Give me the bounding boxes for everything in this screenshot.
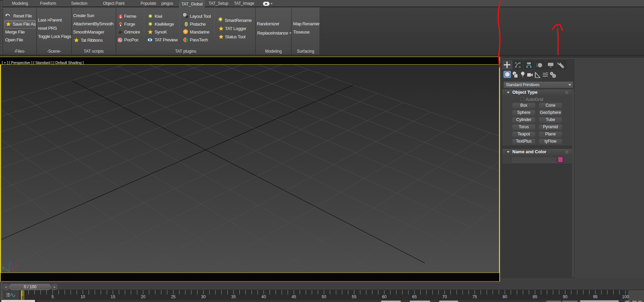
svg-text:5: 5 xyxy=(52,294,54,299)
svg-text:65: 65 xyxy=(412,294,417,299)
svg-text:z: z xyxy=(10,261,12,265)
svg-text:25: 25 xyxy=(171,294,176,299)
svg-text:55: 55 xyxy=(352,294,357,299)
svg-text:45: 45 xyxy=(291,294,296,299)
svg-text:10: 10 xyxy=(80,294,85,299)
svg-text:90: 90 xyxy=(563,294,568,299)
svg-text:75: 75 xyxy=(472,294,477,299)
svg-text:50: 50 xyxy=(322,294,327,299)
svg-text:95: 95 xyxy=(593,294,598,299)
svg-text:80: 80 xyxy=(503,294,508,299)
svg-text:100: 100 xyxy=(622,294,629,299)
svg-text:40: 40 xyxy=(261,294,266,299)
svg-text:70: 70 xyxy=(442,294,447,299)
svg-text:35: 35 xyxy=(231,294,236,299)
svg-text:y: y xyxy=(2,266,4,270)
svg-text:15: 15 xyxy=(111,294,116,299)
svg-text:20: 20 xyxy=(141,294,146,299)
svg-text:60: 60 xyxy=(382,294,387,299)
svg-text:x: x xyxy=(15,264,17,268)
svg-text:30: 30 xyxy=(201,294,206,299)
svg-text:85: 85 xyxy=(533,294,538,299)
